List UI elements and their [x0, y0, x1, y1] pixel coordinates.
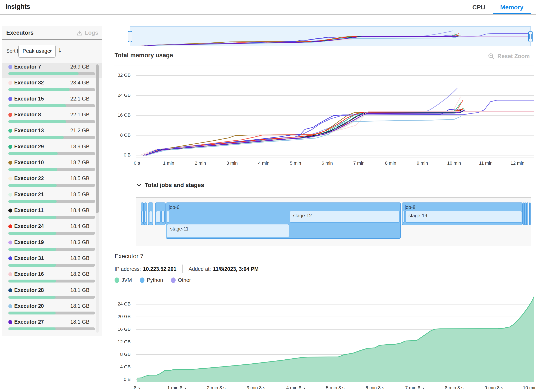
executor-list-item[interactable]: Executor 726.9 GB: [2, 63, 102, 78]
stage-bar-stage-11[interactable]: stage-11: [167, 224, 289, 237]
executor-list-item[interactable]: Executor 1618.2 GB: [2, 270, 102, 285]
tab-memory[interactable]: Memory: [493, 0, 531, 15]
executor-usage-bar-fill: [8, 120, 66, 123]
executor-usage-bar-fill: [8, 104, 66, 107]
x-tick-label: 12 min: [501, 160, 534, 166]
legend-item-jvm[interactable]: JVM: [115, 277, 132, 283]
job-bar[interactable]: [523, 202, 525, 225]
legend-item-python[interactable]: Python: [140, 277, 163, 283]
executor-detail-title: Executor 7: [115, 253, 144, 260]
y-tick-label: 12 GB: [110, 339, 131, 345]
total-memory-usage-chart[interactable]: [136, 64, 534, 158]
x-tick-label: 1 min 8 s: [160, 385, 193, 391]
stage-bar[interactable]: [403, 211, 404, 223]
zoom-brush[interactable]: [130, 27, 531, 46]
legend-dot: [115, 277, 119, 283]
executor-name: Executor 31: [14, 255, 44, 261]
sort-select[interactable]: Peak usage ▼: [18, 45, 56, 58]
executor-usage-bar-fill: [8, 296, 56, 299]
jobs-section-toggle[interactable]: Total jobs and stages: [136, 182, 204, 188]
x-tick-label: 2 min: [183, 160, 217, 166]
legend-item-other[interactable]: Other: [171, 277, 191, 283]
executor-color-dot: [8, 241, 12, 244]
executor-usage-bar-fill: [8, 248, 56, 251]
jobs-timeline-panel: stage-11stage-12job-6stage-19job-8: [136, 197, 531, 246]
stage-bar-stage-19[interactable]: stage-19: [405, 211, 522, 223]
job-bar[interactable]: [529, 202, 531, 225]
executor-list-item[interactable]: Executor 2018.1 GB: [2, 302, 102, 317]
x-tick-label: 8 min 8 s: [437, 385, 471, 391]
x-tick-label: 4 min: [247, 160, 281, 166]
brush-handle-right[interactable]: [528, 31, 533, 42]
executor-usage-bar-fill: [8, 136, 64, 139]
executor-list-item[interactable]: Executor 2718.1 GB: [2, 318, 102, 333]
legend-dot: [171, 277, 176, 283]
y-tick-label: 8 GB: [110, 132, 131, 138]
x-tick-label: 6 min: [310, 160, 344, 166]
executor-usage-bar-fill: [8, 327, 56, 330]
executor-color-dot: [8, 113, 12, 117]
x-tick-label: 8 min: [374, 160, 407, 166]
executor-usage-bar: [8, 216, 95, 219]
reset-zoom-button[interactable]: Reset Zoom: [488, 53, 530, 60]
stage-bar[interactable]: [141, 211, 143, 223]
sidebar-scrollbar-thumb[interactable]: [96, 64, 99, 213]
executor-list-item[interactable]: Executor 2818.1 GB: [2, 286, 102, 301]
grip-icon: [129, 34, 131, 39]
executor-color-dot: [8, 161, 12, 165]
stage-bar[interactable]: [145, 211, 146, 223]
stage-bar[interactable]: [161, 211, 165, 223]
executor-usage-bar: [8, 152, 95, 155]
stage-bar[interactable]: [149, 211, 152, 223]
memory-type-legend: JVMPythonOther: [115, 277, 191, 283]
insights-page: Insights CPU Memory Executors Logs Sort …: [0, 0, 536, 392]
stage-bar[interactable]: [167, 211, 169, 223]
sort-select-value: Peak usage: [23, 48, 50, 54]
executor-list-item[interactable]: Executor 822.1 GB: [2, 111, 102, 126]
y-tick-label: 24 GB: [110, 93, 131, 98]
logs-button[interactable]: Logs: [76, 30, 99, 36]
grip-icon: [529, 34, 532, 39]
tab-bar: CPU Memory: [465, 0, 531, 15]
executor-list-item[interactable]: Executor 1522.1 GB: [2, 95, 102, 110]
executor-memory-area-chart[interactable]: [136, 293, 534, 383]
chevron-down-icon: ▼: [49, 49, 52, 53]
executor-list-item[interactable]: Executor 3118.2 GB: [2, 254, 102, 269]
executor-list-item[interactable]: Executor 2218.5 GB: [2, 174, 102, 190]
x-tick-label: 10 min: [437, 160, 471, 166]
executor-list-item[interactable]: Executor 1018.7 GB: [2, 158, 102, 174]
executor-color-dot: [8, 320, 12, 324]
x-tick-label: 7 min 8 s: [398, 385, 431, 391]
x-tick-label: 6 min 8 s: [358, 385, 391, 391]
brush-handle-left[interactable]: [128, 31, 132, 42]
job-bar[interactable]: [525, 202, 527, 225]
executor-list-item[interactable]: Executor 1321.2 GB: [2, 126, 102, 142]
executor-usage-bar: [8, 120, 95, 123]
stage-bar-stage-12[interactable]: stage-12: [290, 211, 400, 223]
executor-peak-value: 18.5 GB: [70, 191, 89, 197]
y-tick-label: 16 GB: [110, 327, 131, 332]
executor-peak-value: 23.4 GB: [70, 80, 89, 86]
stage-label: stage-11: [170, 226, 188, 232]
tab-cpu[interactable]: CPU: [465, 0, 493, 15]
y-tick-label: 0 B: [110, 152, 131, 158]
added-at-label: Added at:: [188, 266, 211, 272]
sort-direction-button[interactable]: ↓: [58, 46, 62, 53]
job-bar[interactable]: [527, 202, 528, 225]
executor-list-item[interactable]: Executor 2118.5 GB: [2, 190, 102, 206]
y-tick-label: 20 GB: [110, 314, 131, 319]
download-icon: [76, 30, 83, 36]
executor-list-item[interactable]: Executor 3223.4 GB: [2, 79, 102, 94]
executor-name: Executor 19: [14, 239, 44, 245]
x-tick-label: 8 s: [120, 385, 154, 391]
executor-peak-value: 22.1 GB: [70, 96, 89, 102]
executor-list-item[interactable]: Executor 2418.4 GB: [2, 222, 102, 237]
legend-label: Python: [147, 277, 163, 283]
executor-list-item[interactable]: Executor 1918.3 GB: [2, 238, 102, 253]
stage-bar[interactable]: [156, 211, 160, 223]
executor-list-item[interactable]: Executor 1118.4 GB: [2, 206, 102, 221]
executor-name: Executor 8: [14, 112, 41, 118]
executor-list-item[interactable]: Executor 2918.9 GB: [2, 143, 102, 158]
executor-name: Executor 28: [14, 287, 44, 293]
executor-color-dot: [8, 224, 12, 228]
